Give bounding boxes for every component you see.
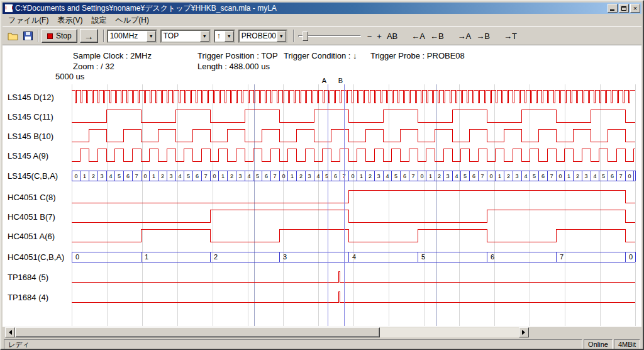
bus-value: 0 bbox=[351, 173, 354, 179]
bus-value: 2 bbox=[230, 173, 233, 179]
sample-clock-select[interactable]: 100MHz ▼ bbox=[107, 30, 157, 43]
bus-value: 4 bbox=[386, 173, 389, 179]
chevron-down-icon[interactable]: ▼ bbox=[277, 31, 286, 42]
bus-value: 6 bbox=[265, 173, 268, 179]
goto-marker-b-left-button[interactable]: ←B bbox=[428, 31, 447, 42]
bus-value: 1 bbox=[145, 253, 148, 261]
menu-settings[interactable]: 設定 bbox=[87, 14, 111, 27]
bus-value: 4 bbox=[109, 173, 112, 179]
chevron-down-icon[interactable]: ▼ bbox=[200, 31, 209, 42]
bus-value: 6 bbox=[541, 173, 545, 179]
bus-value: 1 bbox=[360, 173, 363, 179]
bus-value: 1 bbox=[152, 173, 155, 179]
bus-value: 6 bbox=[472, 173, 475, 179]
minimize-icon bbox=[610, 9, 614, 11]
channel-label: HC4051 C(8) bbox=[8, 193, 56, 202]
bus-value: 3 bbox=[170, 173, 173, 179]
bus-value: 3 bbox=[516, 173, 519, 179]
bus-value: 5 bbox=[118, 173, 121, 179]
bus-value: 3 bbox=[283, 253, 287, 261]
bus-value: 1 bbox=[83, 173, 86, 179]
channel-row: LS145 C(11) bbox=[8, 110, 635, 122]
bus-value: 7 bbox=[481, 173, 484, 179]
zoom-out-button[interactable]: − bbox=[365, 31, 375, 42]
stop-button[interactable]: Stop bbox=[42, 29, 77, 43]
close-button[interactable]: × bbox=[630, 4, 640, 13]
goto-marker-b-right-button[interactable]: →B bbox=[474, 31, 492, 42]
trigger-probe-select[interactable]: PROBE00 ▼ bbox=[238, 30, 287, 43]
bus-value: 7 bbox=[204, 173, 208, 179]
sample-clock-value: 100MHz bbox=[108, 31, 147, 40]
zoom-info: Zoom : / 32 bbox=[73, 62, 114, 71]
scroll-left-button[interactable] bbox=[5, 327, 15, 337]
waveform-canvas: LS145 D(12)LS145 C(11)LS145 B(10)LS145 A… bbox=[3, 77, 641, 327]
bus-value: 2 bbox=[299, 173, 303, 179]
bus-value: 4 bbox=[178, 173, 181, 179]
goto-marker-a-right-button[interactable]: →A bbox=[455, 31, 474, 42]
bus-value: 2 bbox=[507, 173, 510, 179]
bus-value: 4 bbox=[524, 173, 527, 179]
bus-value: 2 bbox=[369, 173, 372, 179]
trigger-probe-info: Trigger Probe : PROBE08 bbox=[370, 51, 465, 60]
bus-value: 7 bbox=[619, 173, 623, 179]
bus-value: 7 bbox=[550, 173, 553, 179]
bus-value: 1 bbox=[291, 173, 294, 179]
trigger-position-select[interactable]: TOP ▼ bbox=[160, 30, 211, 43]
maximize-button[interactable] bbox=[619, 4, 629, 13]
bus-value: 0 bbox=[489, 173, 492, 179]
goto-marker-a-left-button[interactable]: ←A bbox=[409, 31, 428, 42]
floppy-disk-icon bbox=[23, 31, 33, 40]
zoom-slider[interactable] bbox=[298, 30, 361, 42]
bus-value: 6 bbox=[611, 173, 614, 179]
menu-file[interactable]: ファイル(F) bbox=[4, 14, 53, 27]
scroll-right-button[interactable] bbox=[519, 327, 529, 337]
app-window: C:¥Documents and Settings¥noname¥デスクトップ¥… bbox=[0, 0, 644, 350]
channel-label: HC4051 A(6) bbox=[8, 232, 55, 241]
channel-row: HC4051 B(7) bbox=[8, 210, 635, 222]
bus-value: 3 bbox=[101, 173, 104, 179]
zoom-slider-thumb[interactable] bbox=[303, 31, 308, 41]
grid-lines bbox=[72, 84, 635, 326]
channel-row: HC4051(C,B,A)012345670 bbox=[8, 252, 635, 262]
trigger-position-info: Trigger Position : TOP bbox=[197, 51, 278, 60]
app-icon bbox=[4, 4, 13, 13]
trigger-edge-select[interactable]: ↑ ▼ bbox=[214, 30, 235, 43]
save-button[interactable] bbox=[20, 29, 35, 43]
chevron-down-icon[interactable]: ▼ bbox=[147, 31, 156, 42]
channel-label: TP1684 (5) bbox=[8, 273, 48, 282]
channel-row: HC4051 C(8) bbox=[8, 190, 635, 203]
bus-value: 6 bbox=[403, 173, 406, 179]
bus-value: 0 bbox=[75, 253, 79, 261]
ab-button[interactable]: AB bbox=[384, 31, 400, 42]
channel-label: LS145 C(11) bbox=[8, 112, 53, 121]
open-button[interactable] bbox=[5, 29, 20, 43]
status-message: レディ bbox=[4, 339, 582, 349]
bus-value: 0 bbox=[628, 173, 631, 179]
bus-value: 5 bbox=[421, 253, 425, 261]
marker-label-a: A bbox=[322, 77, 327, 84]
minimize-button[interactable] bbox=[608, 4, 618, 13]
bus-value: 4 bbox=[593, 173, 596, 179]
menu-help[interactable]: ヘルプ(H) bbox=[111, 14, 153, 27]
zoom-in-button[interactable]: + bbox=[374, 31, 384, 42]
bus-value: 3 bbox=[447, 173, 450, 179]
bus-value: 4 bbox=[247, 173, 250, 179]
bus-value: 0 bbox=[143, 173, 147, 179]
channel-label: LS145 B(10) bbox=[8, 132, 53, 141]
length-info: Length : 488.000 us bbox=[197, 62, 270, 71]
bus-value: 2 bbox=[576, 173, 579, 179]
bus-value: 3 bbox=[308, 173, 311, 179]
scrollbar-strip bbox=[3, 327, 641, 338]
menu-view[interactable]: 表示(V) bbox=[53, 14, 87, 27]
bus-value: 6 bbox=[491, 253, 494, 261]
bus-value: 4 bbox=[455, 173, 458, 179]
bus-value: 3 bbox=[585, 173, 588, 179]
chevron-down-icon[interactable]: ▼ bbox=[225, 31, 234, 42]
bus-value: 3 bbox=[377, 173, 380, 179]
goto-trigger-button[interactable]: →T bbox=[501, 31, 519, 42]
online-status: Online bbox=[584, 339, 613, 349]
horizontal-scrollbar[interactable] bbox=[5, 327, 529, 337]
scrollbar-thumb[interactable] bbox=[15, 327, 380, 337]
run-button[interactable]: → bbox=[80, 29, 98, 43]
window-title: C:¥Documents and Settings¥noname¥デスクトップ¥… bbox=[15, 3, 606, 14]
